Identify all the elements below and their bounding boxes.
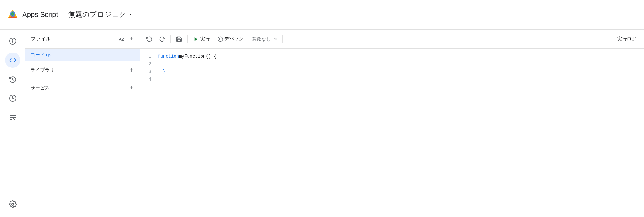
library-label: ライブラリ [31,67,54,73]
icon-sidebar [0,30,25,217]
section-library[interactable]: ライブラリ + [25,61,140,79]
toolbar: 実行 デバッグ 関数なし 実行ログ [140,30,644,49]
info-icon [9,37,17,45]
sort-button[interactable]: AZ [117,35,126,43]
add-library-button[interactable]: + [128,65,134,75]
logo-area: Apps Script [6,8,58,21]
sidebar-item-editor[interactable] [5,52,20,68]
sidebar-item-info[interactable] [5,33,20,49]
add-service-icon: + [129,84,133,92]
main-container: ファイル AZ + コード.gs ライブラリ + サービス [0,30,644,217]
function-name: myFunction [179,52,206,60]
project-title: 無題のプロジェクト [68,10,134,19]
exec-log-label: 実行ログ [617,36,636,41]
svg-marker-13 [195,37,198,41]
section-service[interactable]: サービス + [25,79,140,97]
svg-point-12 [12,203,14,205]
apps-script-logo [6,8,19,21]
line-number-4: 4 [140,75,151,83]
settings-icon [9,200,17,208]
redo-icon [159,36,165,42]
add-file-icon: + [129,35,133,43]
line-number-1: 1 [140,52,151,60]
toolbar-divider-1 [170,35,171,43]
editor-icon [9,56,17,64]
exec-log-button[interactable]: 実行ログ [613,34,640,44]
sort-az-label: AZ [119,37,124,42]
execution-icon [9,114,17,121]
debug-label: デバッグ [224,36,243,42]
sidebar-item-execution[interactable] [5,110,20,125]
closing-brace: } [158,68,165,75]
save-icon [176,36,182,42]
add-file-button[interactable]: + [128,34,134,44]
sidebar-item-settings[interactable] [5,197,20,212]
sidebar-item-trigger[interactable] [5,91,20,106]
service-label: サービス [31,85,50,91]
line-number-2: 2 [140,60,151,68]
file-panel: ファイル AZ + コード.gs ライブラリ + サービス [25,30,140,217]
code-line-1: function myFunction() { [158,52,644,60]
file-item-code-gs[interactable]: コード.gs [25,49,140,61]
add-service-button[interactable]: + [128,83,134,93]
undo-button[interactable] [144,34,155,44]
debug-icon [217,36,223,42]
app-header: Apps Script 無題のプロジェクト [0,0,644,30]
trigger-icon [9,94,17,102]
function-parens: () { [206,52,216,60]
file-name-code-gs: コード.gs [31,52,51,57]
save-button[interactable] [173,34,185,44]
line-number-3: 3 [140,68,151,75]
file-panel-title: ファイル [31,36,51,42]
editor-area: 実行 デバッグ 関数なし 実行ログ 1 2 [140,30,644,217]
debug-button[interactable]: デバッグ [214,34,247,44]
run-button[interactable]: 実行 [190,34,213,44]
code-line-3: } [158,68,644,75]
add-library-icon: + [129,66,133,74]
run-icon [193,36,199,42]
code-line-4 [158,75,644,83]
file-panel-actions: AZ + [117,34,134,44]
text-cursor [158,76,158,82]
code-content[interactable]: function myFunction() { } [155,52,644,213]
run-label: 実行 [200,36,210,42]
code-editor[interactable]: 1 2 3 4 function myFunction() { } [140,49,644,217]
toolbar-divider-3 [282,35,283,43]
code-line-2 [158,60,644,68]
keyword-function: function [158,52,179,60]
toolbar-divider-2 [187,35,188,43]
function-select[interactable]: 関数なし [248,35,278,43]
app-name-label: Apps Script [22,10,58,19]
line-numbers: 1 2 3 4 [140,52,155,213]
undo-icon [146,36,153,42]
svg-point-3 [11,12,14,16]
history-icon [9,75,17,83]
file-panel-header: ファイル AZ + [25,30,140,49]
redo-button[interactable] [156,34,168,44]
sidebar-item-history[interactable] [5,72,20,87]
